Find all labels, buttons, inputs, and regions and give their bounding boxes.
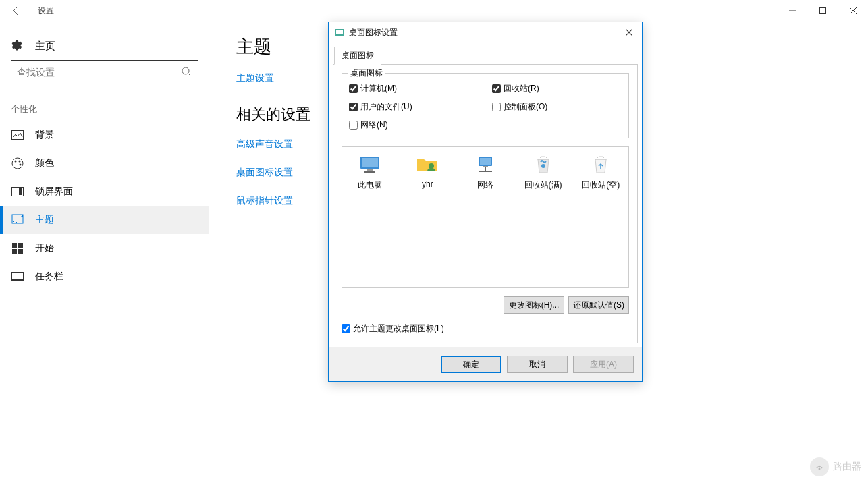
restore-defaults-button[interactable]: 还原默认值(S): [568, 296, 629, 314]
sidebar-item-colors[interactable]: 颜色: [0, 149, 209, 177]
theme-icon: [11, 214, 24, 226]
desktop-icon-settings-dialog: 桌面图标设置 桌面图标 桌面图标 计算机(M) 回收站(R) 用户的文件(U) …: [328, 22, 643, 382]
computer-icon: [358, 152, 382, 177]
window-controls: [777, 0, 868, 22]
svg-rect-19: [12, 279, 24, 281]
sidebar-item-background[interactable]: 背景: [0, 121, 209, 149]
palette-icon: [11, 157, 24, 169]
svg-rect-16: [12, 249, 17, 254]
watermark: 路由器: [810, 457, 861, 476]
start-icon: [11, 243, 24, 254]
apply-button[interactable]: 应用(A): [573, 356, 634, 373]
user-folder-icon: [415, 152, 439, 177]
svg-point-9: [19, 161, 21, 163]
sidebar: 主页 个性化 背景 颜色 锁屏界面 主题 开始 任务栏: [0, 22, 209, 483]
checkbox-computer[interactable]: 计算机(M): [349, 83, 479, 94]
svg-point-10: [20, 164, 22, 166]
icon-label: 网络: [477, 179, 493, 191]
recyclebin-empty-icon: [589, 152, 613, 177]
checkbox-allow-theme-change[interactable]: 允许主题更改桌面图标(L): [342, 323, 629, 335]
icon-label: 回收站(空): [582, 179, 620, 191]
svg-rect-27: [364, 171, 375, 173]
search-icon: [182, 67, 192, 78]
titlebar: 设置: [0, 0, 868, 22]
svg-point-34: [541, 164, 545, 168]
icon-item-network[interactable]: 网络: [463, 152, 508, 191]
taskbar-icon: [11, 272, 24, 281]
svg-point-8: [15, 161, 17, 163]
groupbox-desktop-icons: 桌面图标 计算机(M) 回收站(R) 用户的文件(U) 控制面板(O) 网络(N…: [342, 73, 629, 138]
sidebar-item-themes[interactable]: 主题: [0, 206, 209, 234]
checkbox-network[interactable]: 网络(N): [349, 119, 479, 131]
sidebar-item-label: 颜色: [35, 157, 54, 169]
icon-item-recyclebin-full[interactable]: 回收站(满): [521, 152, 566, 191]
dialog-close-button[interactable]: [619, 24, 639, 41]
picture-icon: [11, 130, 24, 140]
dialog-title: 桌面图标设置: [349, 27, 398, 38]
svg-rect-17: [18, 249, 23, 254]
svg-rect-12: [19, 188, 22, 195]
tab-desktop-icons[interactable]: 桌面图标: [334, 47, 381, 65]
icon-item-recyclebin-empty[interactable]: 回收站(空): [578, 152, 623, 191]
icon-label: 此电脑: [358, 179, 382, 191]
sidebar-item-lockscreen[interactable]: 锁屏界面: [0, 177, 209, 206]
svg-point-4: [182, 67, 189, 74]
icon-item-thispc[interactable]: 此电脑: [348, 152, 392, 191]
category-label: 个性化: [0, 98, 209, 121]
search-box[interactable]: [11, 60, 198, 84]
sidebar-item-start[interactable]: 开始: [0, 234, 209, 262]
sidebar-item-label: 锁屏界面: [35, 186, 73, 198]
maximize-button[interactable]: [807, 0, 838, 22]
minimize-icon: [789, 7, 796, 14]
maximize-icon: [819, 7, 826, 14]
close-button[interactable]: [838, 0, 868, 22]
dialog-app-icon: [334, 27, 345, 38]
sidebar-item-label: 开始: [35, 242, 54, 254]
network-icon: [473, 152, 497, 177]
close-icon: [850, 7, 857, 14]
icon-label: yhr: [422, 179, 433, 189]
checkbox-controlpanel[interactable]: 控制面板(O): [492, 101, 622, 113]
dialog-titlebar[interactable]: 桌面图标设置: [329, 22, 642, 42]
change-icon-button[interactable]: 更改图标(H)...: [504, 296, 564, 314]
svg-rect-14: [12, 243, 17, 248]
svg-rect-1: [819, 8, 825, 14]
icon-label: 回收站(满): [524, 179, 562, 191]
svg-rect-25: [362, 158, 378, 167]
gear-icon: [11, 39, 24, 53]
watermark-text: 路由器: [833, 461, 861, 473]
back-arrow-icon: [11, 5, 22, 16]
svg-rect-31: [483, 166, 488, 167]
svg-point-7: [12, 158, 23, 169]
svg-rect-26: [367, 169, 373, 171]
svg-rect-15: [18, 243, 23, 248]
close-icon: [626, 29, 632, 36]
sidebar-item-label: 主题: [35, 214, 54, 226]
router-icon: [810, 457, 829, 476]
dialog-footer: 确定 取消 应用(A): [329, 347, 642, 381]
checkbox-recyclebin[interactable]: 回收站(R): [492, 83, 622, 94]
home-label: 主页: [35, 40, 55, 53]
svg-rect-30: [480, 158, 491, 165]
sidebar-item-label: 背景: [35, 129, 54, 141]
svg-point-36: [819, 468, 821, 470]
home-link[interactable]: 主页: [0, 32, 209, 60]
sidebar-item-label: 任务栏: [35, 271, 63, 283]
back-button[interactable]: [5, 0, 27, 22]
minimize-button[interactable]: [777, 0, 807, 22]
sidebar-item-taskbar[interactable]: 任务栏: [0, 262, 209, 291]
recyclebin-full-icon: [531, 152, 555, 177]
svg-rect-21: [336, 30, 343, 34]
icon-item-user[interactable]: yhr: [406, 152, 450, 189]
lockscreen-icon: [11, 187, 24, 196]
checkbox-userfiles[interactable]: 用户的文件(U): [349, 101, 479, 113]
search-input[interactable]: [17, 67, 182, 78]
ok-button[interactable]: 确定: [441, 356, 501, 373]
svg-point-28: [429, 163, 434, 169]
cancel-button[interactable]: 取消: [507, 356, 568, 373]
svg-line-5: [188, 74, 191, 76]
groupbox-title: 桌面图标: [348, 67, 385, 79]
icon-preview-list: 此电脑 yhr 网络 回收站(满): [342, 146, 629, 288]
window-title: 设置: [38, 5, 54, 17]
